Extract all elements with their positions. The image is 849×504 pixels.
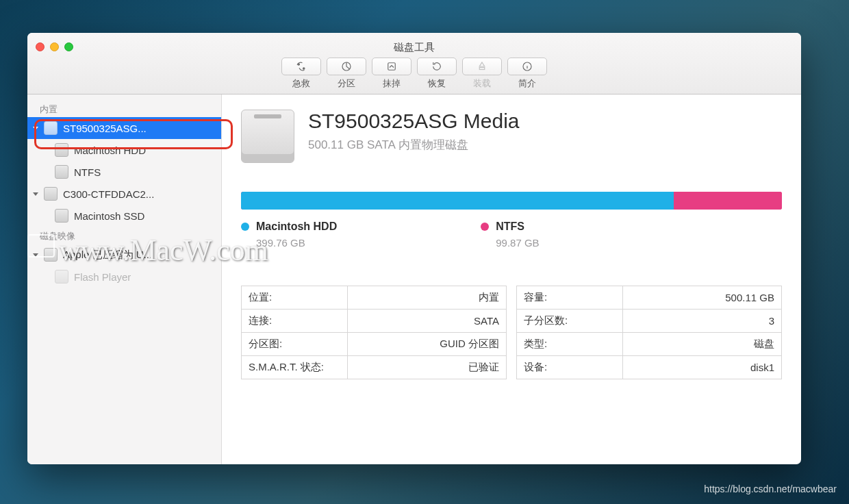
sidebar-item[interactable]: Macintosh SSD [27,205,221,227]
drive-icon [44,248,58,262]
volume-icon [55,209,68,223]
detail-value: disk1 [622,356,781,379]
details-right: 容量:500.11 GB子分区数:3类型:磁盘设备:disk1 [516,286,782,379]
volume-icon [55,165,68,179]
toolbar-partition[interactable]: 分区 [327,58,366,90]
titlebar: 磁盘工具 急救分区抹掉恢复装载简介 [27,33,801,94]
legend-item: NTFS99.87 GB [481,220,539,249]
svg-point-0 [298,64,299,65]
legend-size: 99.87 GB [496,237,539,249]
detail-row: 容量:500.11 GB [517,286,782,310]
sidebar-item-label: Apple 已压缩为 U... [63,249,152,262]
svg-rect-4 [479,68,485,70]
sidebar: 内置ST9500325ASG...Macintosh HDDNTFSC300-C… [27,94,222,464]
detail-key: 连接: [242,310,348,333]
toolbar-mount: 装载 [462,58,502,90]
detail-row: 分区图:GUID 分区图 [242,333,507,356]
drive-icon [44,187,58,201]
volume-icon [55,270,68,284]
toolbar-label: 装载 [473,78,491,90]
detail-value: SATA [347,310,506,333]
drive-icon [44,121,58,135]
toolbar: 急救分区抹掉恢复装载简介 [27,58,801,90]
detail-row: 连接:SATA [242,310,507,333]
disclosure-icon[interactable] [33,253,38,257]
sidebar-item-label: Macintosh HDD [74,144,146,156]
erase-icon [372,58,411,75]
info-icon [507,58,547,75]
usage-bar [241,192,782,210]
usage-segment [674,192,782,210]
toolbar-info[interactable]: 简介 [507,58,547,90]
toolbar-label: 简介 [518,78,536,90]
source-url: https://blog.csdn.net/macwbear [704,483,837,494]
legend-dot-icon [241,223,249,231]
sidebar-item[interactable]: Macintosh HDD [27,139,221,161]
usage-section: Macintosh HDD399.76 GBNTFS99.87 GB [241,192,782,249]
usage-segment [241,192,674,210]
detail-tables: 位置:内置连接:SATA分区图:GUID 分区图S.M.A.R.T. 状态:已验… [241,286,782,379]
sidebar-section-header: 磁盘映像 [27,227,221,244]
sidebar-item[interactable]: Apple 已压缩为 U... [27,244,221,266]
detail-key: 设备: [517,356,623,379]
sidebar-item[interactable]: ST9500325ASG... [27,117,221,139]
detail-value: 已验证 [347,356,506,379]
legend-item: Macintosh HDD399.76 GB [241,220,337,249]
sidebar-item-label: Flash Player [74,271,131,283]
sidebar-item-label: C300-CTFDDAC2... [63,188,154,200]
detail-key: 类型: [517,333,623,356]
volume-icon [55,143,68,157]
detail-key: 子分区数: [517,310,623,333]
detail-row: 子分区数:3 [517,310,782,333]
detail-row: 类型:磁盘 [517,333,782,356]
detail-row: S.M.A.R.T. 状态:已验证 [242,356,507,379]
legend-dot-icon [481,223,489,231]
partition-icon [327,58,366,75]
detail-key: 分区图: [242,333,348,356]
sidebar-item-label: NTFS [74,166,101,178]
sidebar-item[interactable]: C300-CTFDDAC2... [27,183,221,205]
disclosure-icon[interactable] [33,127,38,130]
detail-value: 磁盘 [622,333,781,356]
disk-subtitle: 500.11 GB SATA 内置物理磁盘 [308,137,520,153]
detail-value: GUID 分区图 [347,333,506,356]
details-left: 位置:内置连接:SATA分区图:GUID 分区图S.M.A.R.T. 状态:已验… [241,286,507,379]
sidebar-item[interactable]: NTFS [27,161,221,183]
detail-row: 设备:disk1 [517,356,782,379]
detail-row: 位置:内置 [242,286,507,310]
sidebar-item-label: ST9500325ASG... [63,123,147,134]
toolbar-label: 急救 [292,78,310,90]
toolbar-label: 抹掉 [383,78,401,90]
svg-rect-3 [388,63,396,71]
toolbar-restore[interactable]: 恢复 [417,58,457,90]
legend-name: Macintosh HDD [256,220,337,233]
restore-icon [417,58,457,75]
detail-value: 500.11 GB [622,286,781,310]
sidebar-item-label: Macintosh SSD [74,210,144,222]
disk-icon [241,110,294,163]
detail-key: 位置: [242,286,348,310]
detail-value: 3 [622,310,781,333]
toolbar-label: 恢复 [428,78,446,90]
first-aid-icon [281,58,321,75]
svg-point-1 [303,68,305,69]
usage-legend: Macintosh HDD399.76 GBNTFS99.87 GB [241,220,782,249]
toolbar-erase[interactable]: 抹掉 [372,58,411,90]
detail-key: 容量: [517,286,623,310]
sidebar-item[interactable]: Flash Player [27,266,221,288]
legend-size: 399.76 GB [256,237,337,249]
detail-key: S.M.A.R.T. 状态: [242,356,348,379]
window-title: 磁盘工具 [27,41,801,54]
legend-name: NTFS [496,220,524,233]
sidebar-section-header: 内置 [27,100,221,117]
disclosure-icon[interactable] [33,192,38,196]
disk-title: ST9500325ASG Media [308,110,520,133]
mount-icon [462,58,502,75]
disk-utility-window: 磁盘工具 急救分区抹掉恢复装载简介 内置ST9500325ASG...Macin… [27,33,801,464]
toolbar-first-aid[interactable]: 急救 [281,58,321,90]
toolbar-label: 分区 [338,78,355,90]
main-pane: ST9500325ASG Media 500.11 GB SATA 内置物理磁盘… [222,94,801,464]
detail-value: 内置 [347,286,506,310]
